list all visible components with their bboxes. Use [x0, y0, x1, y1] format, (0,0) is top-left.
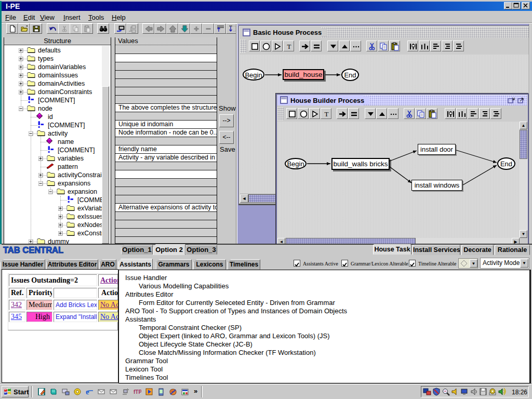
svg-text:T: T [325, 110, 329, 118]
svg-text:T: T [287, 43, 291, 50]
svg-text:fTP: fTP [134, 389, 141, 395]
